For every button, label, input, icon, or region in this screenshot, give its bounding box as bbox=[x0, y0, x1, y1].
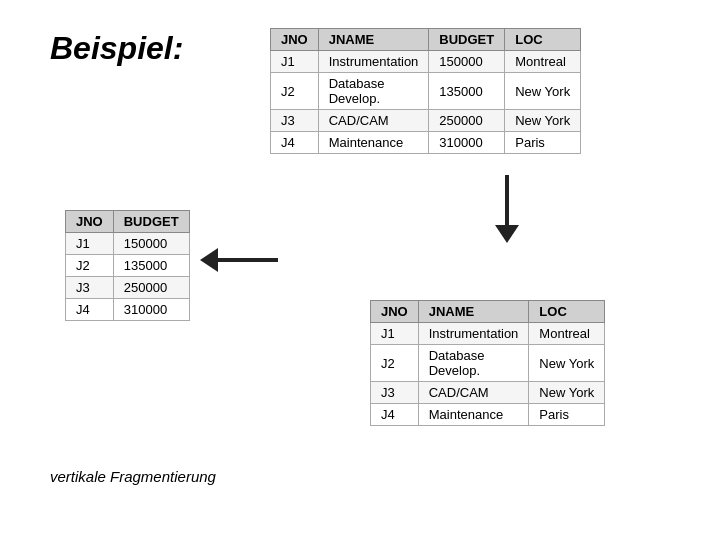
table-row: J3CAD/CAMNew York bbox=[371, 382, 605, 404]
br-header-jno: JNO bbox=[371, 301, 419, 323]
table-cell: CAD/CAM bbox=[318, 110, 429, 132]
top-table-header-jname: JNAME bbox=[318, 29, 429, 51]
table-cell: 150000 bbox=[429, 51, 505, 73]
table-row: J3CAD/CAM250000New York bbox=[271, 110, 581, 132]
table-cell: J1 bbox=[371, 323, 419, 345]
table-cell: J2 bbox=[371, 345, 419, 382]
table-cell: J4 bbox=[271, 132, 319, 154]
table-row: J2Database Develop.New York bbox=[371, 345, 605, 382]
table-cell: 135000 bbox=[113, 255, 189, 277]
bottom-left-table: JNO BUDGET J1150000J2135000J3250000J4310… bbox=[65, 210, 190, 321]
arrow-left bbox=[200, 248, 278, 272]
footer-text: vertikale Fragmentierung bbox=[50, 468, 216, 485]
table-cell: Paris bbox=[505, 132, 581, 154]
page-container: Beispiel: JNO JNAME BUDGET LOC J1Instrum… bbox=[0, 0, 720, 540]
table-cell: New York bbox=[505, 110, 581, 132]
table-row: J4310000 bbox=[66, 299, 190, 321]
table-row: J2Database Develop.135000New York bbox=[271, 73, 581, 110]
table-cell: CAD/CAM bbox=[418, 382, 529, 404]
table-row: J1150000 bbox=[66, 233, 190, 255]
top-table-header-jno: JNO bbox=[271, 29, 319, 51]
table-cell: J1 bbox=[271, 51, 319, 73]
arrow-shaft-vertical bbox=[505, 175, 509, 225]
page-title: Beispiel: bbox=[50, 30, 183, 67]
table-row: J1Instrumentation150000Montreal bbox=[271, 51, 581, 73]
table-cell: Paris bbox=[529, 404, 605, 426]
arrow-shaft-horizontal bbox=[218, 258, 278, 262]
table-cell: New York bbox=[529, 382, 605, 404]
br-header-loc: LOC bbox=[529, 301, 605, 323]
arrow-head-down bbox=[495, 225, 519, 243]
arrow-head-left bbox=[200, 248, 218, 272]
br-header-jname: JNAME bbox=[418, 301, 529, 323]
table-row: J4Maintenance310000Paris bbox=[271, 132, 581, 154]
top-table-header-loc: LOC bbox=[505, 29, 581, 51]
table-cell: 135000 bbox=[429, 73, 505, 110]
table-cell: J3 bbox=[66, 277, 114, 299]
table-cell: 150000 bbox=[113, 233, 189, 255]
table-cell: 310000 bbox=[113, 299, 189, 321]
bottom-right-table: JNO JNAME LOC J1InstrumentationMontrealJ… bbox=[370, 300, 605, 426]
table-row: J4MaintenanceParis bbox=[371, 404, 605, 426]
bl-header-jno: JNO bbox=[66, 211, 114, 233]
table-cell: J3 bbox=[371, 382, 419, 404]
table-row: J2135000 bbox=[66, 255, 190, 277]
table-cell: Maintenance bbox=[418, 404, 529, 426]
table-cell: 250000 bbox=[113, 277, 189, 299]
top-table: JNO JNAME BUDGET LOC J1Instrumentation15… bbox=[270, 28, 581, 154]
table-cell: New York bbox=[505, 73, 581, 110]
table-cell: Instrumentation bbox=[418, 323, 529, 345]
arrow-down bbox=[495, 175, 519, 243]
table-cell: Maintenance bbox=[318, 132, 429, 154]
table-cell: J4 bbox=[66, 299, 114, 321]
table-row: J3250000 bbox=[66, 277, 190, 299]
table-row: J1InstrumentationMontreal bbox=[371, 323, 605, 345]
table-cell: J4 bbox=[371, 404, 419, 426]
table-cell: Instrumentation bbox=[318, 51, 429, 73]
table-cell: J2 bbox=[66, 255, 114, 277]
table-cell: New York bbox=[529, 345, 605, 382]
bottom-right-table-wrapper: JNO JNAME LOC J1InstrumentationMontrealJ… bbox=[370, 300, 605, 426]
table-cell: Database Develop. bbox=[418, 345, 529, 382]
table-cell: Montreal bbox=[505, 51, 581, 73]
top-table-header-budget: BUDGET bbox=[429, 29, 505, 51]
table-cell: J2 bbox=[271, 73, 319, 110]
table-cell: J1 bbox=[66, 233, 114, 255]
table-cell: 310000 bbox=[429, 132, 505, 154]
bottom-left-table-wrapper: JNO BUDGET J1150000J2135000J3250000J4310… bbox=[65, 210, 190, 321]
bl-header-budget: BUDGET bbox=[113, 211, 189, 233]
table-cell: Montreal bbox=[529, 323, 605, 345]
table-cell: J3 bbox=[271, 110, 319, 132]
table-cell: Database Develop. bbox=[318, 73, 429, 110]
top-table-wrapper: JNO JNAME BUDGET LOC J1Instrumentation15… bbox=[270, 28, 581, 154]
table-cell: 250000 bbox=[429, 110, 505, 132]
